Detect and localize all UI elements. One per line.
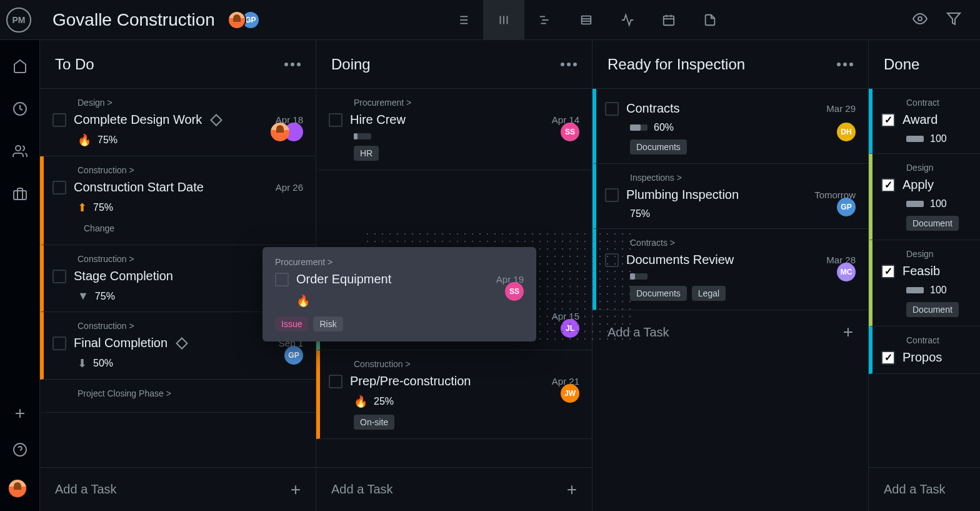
task-checkbox[interactable] bbox=[881, 113, 895, 127]
task-checkbox[interactable] bbox=[329, 375, 342, 388]
tag-issue[interactable]: Issue bbox=[275, 316, 308, 331]
card-assignees[interactable]: JW bbox=[566, 384, 579, 403]
task-checkbox[interactable] bbox=[881, 351, 895, 365]
visibility-icon[interactable] bbox=[912, 11, 928, 29]
card-assignees[interactable]: GP bbox=[289, 346, 303, 365]
task-checkbox[interactable] bbox=[52, 270, 66, 283]
add-task-button[interactable]: Add a Task + bbox=[592, 310, 868, 354]
progress-bar bbox=[906, 201, 924, 207]
card-assignees[interactable]: DH bbox=[842, 123, 856, 141]
card-title: Apply bbox=[902, 178, 934, 192]
avatar-mc[interactable]: MC bbox=[837, 263, 856, 281]
dragging-card[interactable]: Procurement > Order Equipment Apr 19 🔥 I… bbox=[262, 247, 536, 342]
task-card[interactable]: Procurement > Hire Crew Apr 14 HR SS bbox=[316, 89, 592, 170]
task-card[interactable]: Contract Award 100 bbox=[869, 89, 980, 154]
view-list-icon[interactable] bbox=[442, 0, 483, 40]
task-checkbox[interactable] bbox=[275, 273, 289, 286]
avatar-gp[interactable]: GP bbox=[284, 346, 303, 365]
task-checkbox[interactable] bbox=[881, 265, 895, 278]
task-card[interactable]: Design Feasib 100 Document bbox=[869, 240, 980, 326]
svg-point-19 bbox=[918, 17, 922, 21]
task-card[interactable]: Contracts Mar 29 60% Documents DH bbox=[592, 89, 868, 164]
tag[interactable]: Documents bbox=[630, 139, 687, 154]
add-task-button[interactable]: Add a Task + bbox=[316, 467, 592, 511]
task-checkbox[interactable] bbox=[52, 113, 66, 127]
app-logo[interactable]: PM bbox=[6, 8, 31, 33]
avatar-jw[interactable]: JW bbox=[561, 384, 579, 403]
add-task-label: Add a Task bbox=[884, 482, 946, 497]
card-assignees[interactable] bbox=[276, 123, 303, 141]
card-category: Construction > bbox=[78, 165, 303, 175]
help-icon[interactable] bbox=[12, 442, 28, 460]
column-header-done: Done bbox=[869, 40, 980, 89]
task-card[interactable]: Contracts > Documents Review Mar 28 Docu… bbox=[592, 229, 868, 310]
filter-icon[interactable] bbox=[946, 11, 961, 29]
view-gantt-icon[interactable] bbox=[524, 0, 566, 40]
tag[interactable]: Document bbox=[906, 302, 959, 317]
task-card[interactable]: Inspections > Plumbing Inspection Tomorr… bbox=[592, 164, 868, 229]
view-activity-icon[interactable] bbox=[607, 0, 648, 40]
more-icon[interactable] bbox=[837, 63, 853, 66]
user-avatar[interactable] bbox=[8, 478, 28, 498]
tag-risk[interactable]: Risk bbox=[313, 316, 342, 331]
tag[interactable]: On-site bbox=[354, 415, 394, 430]
view-calendar-icon[interactable] bbox=[648, 0, 689, 40]
card-percent: 75% bbox=[95, 291, 115, 302]
task-checkbox[interactable] bbox=[605, 188, 619, 202]
home-icon[interactable] bbox=[12, 59, 28, 76]
priority-flame-icon: 🔥 bbox=[296, 294, 310, 308]
recent-icon[interactable] bbox=[12, 101, 28, 119]
card-assignees[interactable]: GP bbox=[842, 198, 856, 216]
column-done: Done Contract Award 100 Design bbox=[869, 40, 980, 511]
tag[interactable]: Documents bbox=[630, 286, 687, 301]
task-checkbox[interactable] bbox=[52, 336, 66, 350]
card-category: Procurement > bbox=[275, 257, 524, 267]
task-checkbox[interactable] bbox=[605, 102, 619, 116]
avatar[interactable] bbox=[271, 123, 289, 141]
avatar-user1[interactable] bbox=[228, 11, 246, 29]
avatar-ss[interactable]: SS bbox=[505, 282, 524, 301]
task-checkbox[interactable] bbox=[329, 113, 342, 127]
task-card[interactable]: Design > Complete Design Work Apr 18 🔥 7… bbox=[40, 89, 316, 156]
card-category: Project Closing Phase > bbox=[78, 388, 303, 398]
header-avatars[interactable]: GP bbox=[228, 11, 260, 29]
team-icon[interactable] bbox=[12, 144, 28, 161]
column-title: To Do bbox=[55, 56, 94, 73]
card-title: Propos bbox=[902, 350, 942, 365]
view-board-icon[interactable] bbox=[483, 0, 524, 40]
card-percent: 75% bbox=[98, 134, 118, 146]
more-icon[interactable] bbox=[561, 63, 577, 66]
priority-flame-icon: 🔥 bbox=[78, 133, 91, 147]
task-checkbox[interactable] bbox=[52, 181, 66, 195]
project-title: Govalle Construction bbox=[52, 10, 215, 30]
task-card[interactable]: Contract Propos bbox=[869, 326, 980, 374]
avatar-dh[interactable]: DH bbox=[837, 123, 856, 141]
plus-icon: + bbox=[843, 322, 853, 342]
portfolio-icon[interactable] bbox=[12, 186, 28, 204]
more-icon[interactable] bbox=[284, 63, 301, 66]
task-card[interactable]: Design Apply 100 Document bbox=[869, 154, 980, 240]
add-icon[interactable] bbox=[12, 406, 28, 423]
priority-down-icon: ⬇ bbox=[78, 357, 87, 370]
tag[interactable]: Legal bbox=[692, 286, 726, 301]
view-table-icon[interactable] bbox=[566, 0, 607, 40]
tag[interactable]: Document bbox=[906, 216, 959, 231]
card-assignees[interactable]: SS bbox=[566, 123, 579, 141]
add-task-button[interactable]: Add a Task + bbox=[40, 467, 316, 511]
task-checkbox[interactable] bbox=[881, 178, 895, 192]
progress-bar bbox=[906, 136, 924, 142]
task-card[interactable]: Construction > Prep/Pre-construction Apr… bbox=[316, 350, 592, 439]
plus-icon: + bbox=[291, 480, 301, 500]
add-task-button[interactable]: Add a Task bbox=[869, 467, 980, 511]
avatar-gp[interactable]: GP bbox=[837, 198, 856, 216]
column-title: Ready for Inspection bbox=[608, 56, 745, 73]
view-files-icon[interactable] bbox=[689, 0, 731, 40]
board: To Do Design > Complete Design Work Apr … bbox=[40, 40, 980, 511]
tag[interactable]: Change bbox=[78, 221, 121, 236]
tag[interactable]: HR bbox=[354, 146, 379, 161]
card-assignees[interactable]: MC bbox=[842, 263, 856, 281]
avatar-ss[interactable]: SS bbox=[561, 123, 579, 141]
column-header-ready: Ready for Inspection bbox=[592, 40, 868, 89]
task-card[interactable]: Project Closing Phase > bbox=[40, 380, 316, 413]
task-card[interactable]: Construction > Construction Start Date A… bbox=[40, 156, 316, 245]
